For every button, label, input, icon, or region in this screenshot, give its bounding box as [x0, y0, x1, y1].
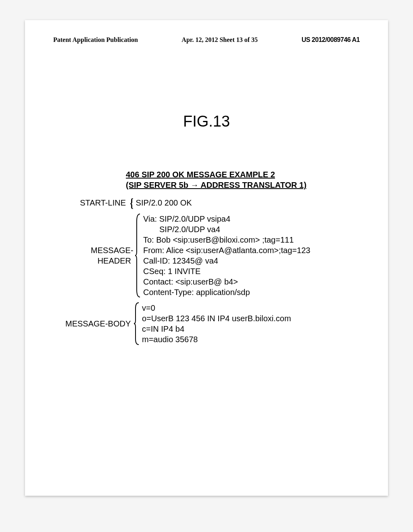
- brace-icon: [133, 302, 142, 345]
- start-line-section: START-LINE { SIP/2.0 200 OK: [126, 196, 364, 209]
- brace-icon: {: [129, 196, 136, 209]
- brace-icon: [134, 213, 143, 298]
- body-v-line: v=0: [142, 303, 291, 313]
- body-c-line: c=IN IP4 b4: [142, 324, 291, 334]
- header-publication-number: US 2012/0089746 A1: [302, 36, 360, 44]
- message-header-section: MESSAGE-HEADER Via: SIP/2.0/UDP vsipa4 S…: [126, 213, 364, 298]
- header-via-line1: Via: SIP/2.0/UDP vsipa4: [143, 214, 310, 224]
- start-line-label: START-LINE: [73, 197, 129, 208]
- body-o-line: o=UserB 123 456 IN IP4 userB.biloxi.com: [142, 313, 291, 324]
- start-line-content: SIP/2.0 200 OK: [136, 197, 192, 208]
- page-header: Patent Application Publication Apr. 12, …: [25, 36, 388, 44]
- header-from-line: From: Alice <sip:userA@atlanta.com>;tag=…: [143, 245, 310, 256]
- message-header-content: Via: SIP/2.0/UDP vsipa4 SIP/2.0/UDP va4 …: [143, 214, 310, 297]
- patent-page: Patent Application Publication Apr. 12, …: [25, 20, 388, 496]
- figure-content: 406 SIP 200 OK MESSAGE EXAMPLE 2 (SIP SE…: [126, 169, 364, 349]
- message-body-content: v=0 o=UserB 123 456 IN IP4 userB.biloxi.…: [142, 303, 291, 345]
- message-title: 406 SIP 200 OK MESSAGE EXAMPLE 2 (SIP SE…: [126, 169, 364, 190]
- message-title-line2: (SIP SERVER 5b → ADDRESS TRANSLATOR 1): [126, 180, 364, 190]
- message-title-line1: 406 SIP 200 OK MESSAGE EXAMPLE 2: [126, 169, 364, 180]
- message-body-label: MESSAGE-BODY: [65, 318, 133, 329]
- body-m-line: m=audio 35678: [142, 334, 291, 345]
- header-to-line: To: Bob <sip:userB@biloxi.com> ;tag=111: [143, 235, 310, 245]
- header-callid-line: Call-ID: 12345@ va4: [143, 256, 310, 266]
- header-via-line2: SIP/2.0/UDP va4: [143, 224, 310, 235]
- message-header-label: MESSAGE-HEADER: [91, 245, 134, 266]
- header-publication: Patent Application Publication: [53, 36, 138, 44]
- header-contact-line: Contact: <sip:userB@ b4>: [143, 276, 310, 287]
- header-contenttype-line: Content-Type: application/sdp: [143, 287, 310, 297]
- message-body-section: MESSAGE-BODY v=0 o=UserB 123 456 IN IP4 …: [126, 302, 364, 345]
- header-cseq-line: CSeq: 1 INVITE: [143, 266, 310, 276]
- figure-label: FIG.13: [25, 113, 388, 130]
- start-line-value: SIP/2.0 200 OK: [136, 197, 192, 208]
- header-date-sheet: Apr. 12, 2012 Sheet 13 of 35: [181, 36, 258, 44]
